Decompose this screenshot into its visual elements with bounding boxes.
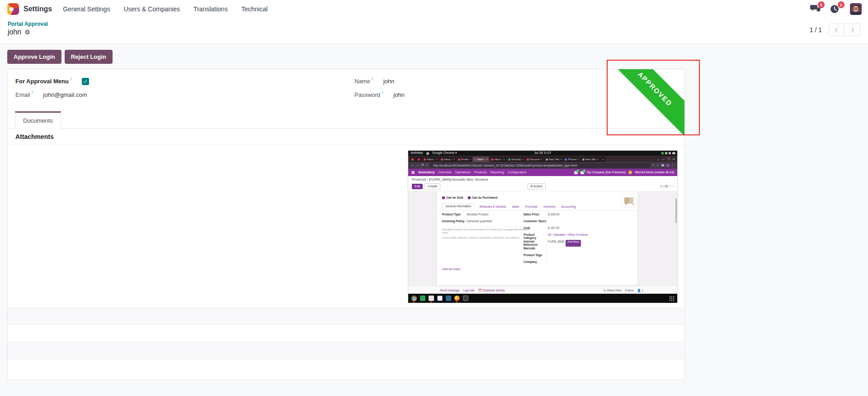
followers-count: 👤 1 bbox=[637, 289, 643, 292]
home-icon: ⌂ bbox=[426, 163, 428, 167]
password-value[interactable]: john bbox=[393, 88, 405, 102]
apps-grid-icon: ▦ bbox=[411, 170, 415, 174]
attachments-heading: Attachments bbox=[15, 133, 54, 140]
text-editor-taskbar-icon bbox=[437, 296, 443, 301]
field-for-approval-menu: For Approval Menu ? ✓ bbox=[15, 75, 89, 88]
browser-profile-icon bbox=[666, 164, 670, 167]
email-value[interactable]: john@gmail.com bbox=[43, 88, 87, 102]
app-name: Settings bbox=[24, 5, 52, 13]
page: Settings General Settings Users & Compan… bbox=[0, 0, 868, 396]
ptab-sales: Sales bbox=[511, 204, 520, 209]
chevron-left-icon bbox=[835, 27, 838, 33]
product-image-thumbnail bbox=[622, 194, 635, 208]
inv-pager-prev-icon: ‹ bbox=[670, 185, 670, 188]
new-tab-button: + bbox=[600, 157, 606, 162]
inv-chatter-panel bbox=[638, 191, 677, 286]
pager-previous-button[interactable] bbox=[828, 24, 844, 36]
log-note-link: Log note bbox=[463, 289, 474, 292]
menu-translations[interactable]: Translations bbox=[193, 5, 228, 13]
browser-url-bar: ← → ⟳ ⌂ http://localhost:8016/web#id=23&… bbox=[408, 162, 677, 169]
reject-login-button[interactable]: Reject Login bbox=[65, 50, 113, 64]
breadcrumb-record-name: john bbox=[8, 28, 21, 36]
product-right-fields: Sales Price$ 295.00 Customer Taxes Cost$… bbox=[524, 213, 632, 267]
browser-tab-strip: Inbox -× Inbox -× Gmail× Odoo -× Inbox -… bbox=[408, 156, 677, 162]
help-icon: ? bbox=[371, 72, 373, 86]
kebab-menu-icon: ⋮ bbox=[671, 163, 675, 167]
pinned-tab-odoo bbox=[410, 157, 415, 162]
screen-record-icon bbox=[661, 152, 664, 154]
attachment-empty-row bbox=[8, 308, 684, 324]
inv-scrollbar bbox=[675, 198, 677, 223]
inv-create-button: Create bbox=[425, 183, 440, 190]
messages-icon[interactable]: 5 bbox=[810, 4, 821, 14]
app-menus: General Settings Users & Companies Trans… bbox=[63, 5, 268, 13]
breadcrumb-parent-link[interactable]: Portal Approval bbox=[8, 21, 48, 27]
browser-tab: Gmail× bbox=[457, 157, 472, 162]
back-icon: ← bbox=[411, 163, 415, 167]
schedule-activity-link: ⏰ Schedule activity bbox=[478, 289, 505, 292]
control-panel: Portal Approval john ⚙ 1 / 1 bbox=[0, 18, 868, 44]
name-label: Name bbox=[354, 75, 370, 88]
share-icon: < bbox=[652, 163, 654, 167]
attachment-empty-row bbox=[8, 324, 684, 342]
ribbon-container: APPROVED bbox=[610, 69, 684, 142]
pager-next-button[interactable] bbox=[844, 24, 861, 36]
inv-product-sheet: Can be Sold Can be Purchased General Inf… bbox=[436, 191, 638, 286]
inv-menu-products: Products bbox=[474, 171, 487, 174]
attachment-empty-row bbox=[8, 342, 684, 359]
browser-tab: Docume× bbox=[525, 157, 544, 162]
product-notebook-tabs: General Information Attributes & Variant… bbox=[442, 203, 577, 209]
odoo-inventory-navbar: ▦ Inventory Overview Operations Products… bbox=[408, 169, 677, 176]
inv-menu-operations: Operations bbox=[455, 171, 471, 174]
follow-link: Follow bbox=[625, 289, 634, 292]
approve-login-button[interactable]: Approve Login bbox=[7, 50, 61, 64]
password-label: Password bbox=[354, 88, 380, 102]
user-indicator-icon bbox=[665, 152, 667, 154]
files-taskbar-icon bbox=[429, 296, 434, 301]
main-content: Approve Login Reject Login For Approval … bbox=[0, 44, 868, 396]
ptab-inventory: Inventory bbox=[542, 204, 557, 209]
browser-tab: New Tab× bbox=[544, 157, 563, 162]
browser-tab: New Tab× bbox=[581, 157, 600, 162]
forward-icon: → bbox=[416, 163, 420, 167]
user-avatar[interactable] bbox=[850, 3, 862, 15]
app-grid-icon bbox=[669, 296, 674, 301]
field-email: Email ? john@gmail.com bbox=[15, 88, 87, 102]
side-panel-icon: ▣ bbox=[661, 163, 664, 167]
browser-tab: Photos× bbox=[563, 157, 580, 162]
menu-general-settings[interactable]: General Settings bbox=[63, 5, 110, 13]
browser-tab: Security× bbox=[507, 157, 525, 162]
attachment-image[interactable]: Activities Google Chrome ▾ Jul 28 11:07 … bbox=[408, 150, 678, 303]
attach-files-link: 📎 Attach files bbox=[603, 289, 621, 292]
attachments-list-divider bbox=[8, 145, 684, 145]
send-message-link: Send message bbox=[440, 289, 459, 292]
window-controls: ⌄ — ❐ ✕ bbox=[655, 157, 677, 162]
menu-users-companies[interactable]: Users & Companies bbox=[123, 5, 180, 13]
top-navbar: Settings General Settings Users & Compan… bbox=[0, 0, 868, 18]
name-value[interactable]: john bbox=[383, 75, 395, 88]
system-clock: Jul 28 11:07 bbox=[408, 151, 677, 155]
tab-divider bbox=[8, 128, 684, 129]
menu-technical[interactable]: Technical bbox=[241, 5, 268, 13]
tab-documents[interactable]: Documents bbox=[15, 111, 61, 129]
inventory-app-name: Inventory bbox=[419, 170, 435, 174]
browser-tab: Inbox -× bbox=[490, 157, 506, 162]
ptab-purchase: Purchase bbox=[524, 204, 538, 209]
inv-activities-icon: 5 bbox=[580, 171, 584, 174]
browser-tab-active: Odoo -× bbox=[472, 157, 489, 162]
chrome-taskbar-icon bbox=[411, 296, 417, 301]
help-icon: ? bbox=[31, 86, 33, 100]
messages-badge: 5 bbox=[818, 1, 825, 8]
inv-pager-next-icon: › bbox=[673, 185, 674, 188]
activities-icon[interactable]: 2 bbox=[830, 4, 841, 14]
inv-messages-icon: 7 bbox=[574, 171, 578, 174]
inv-action-button: ⚙ Action bbox=[527, 183, 546, 190]
odoo-settings-logo-icon[interactable] bbox=[7, 3, 19, 15]
bookmark-star-icon: ☆ bbox=[656, 163, 660, 167]
chevron-right-icon bbox=[851, 27, 854, 33]
for-approval-menu-label: For Approval Menu bbox=[15, 75, 69, 88]
help-icon: ? bbox=[70, 72, 72, 86]
inv-form-area: Can be Sold Can be Purchased General Inf… bbox=[408, 191, 677, 286]
gear-icon[interactable]: ⚙ bbox=[24, 29, 30, 36]
for-approval-menu-checkbox[interactable]: ✓ bbox=[82, 78, 89, 85]
